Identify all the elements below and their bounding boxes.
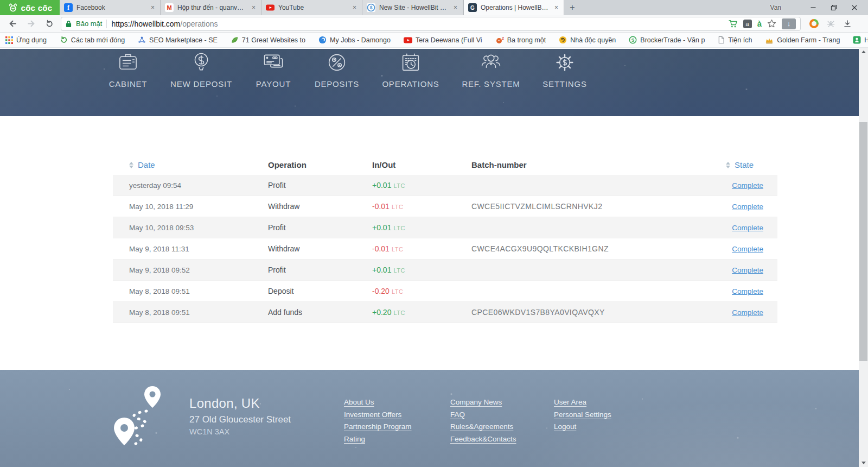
bookmark-my-jobs[interactable]: My Jobs - Damongo [318,36,391,44]
tab-close-icon[interactable]: × [352,4,358,11]
footer-link-investment-offers[interactable]: Investment Offers [344,411,412,419]
address-bar[interactable]: Bảo mật https://howellbit.com/operations… [61,17,801,31]
close-button[interactable] [844,0,865,15]
svg-text:S: S [631,37,635,43]
orange-badge-icon: 2 [495,36,504,44]
vertical-scrollbar[interactable] [859,48,868,467]
page-content: CABINET NEW DEPOSIT PAYOUT DEPOSITS [0,48,868,467]
tab-facebook[interactable]: f Facebook × [60,0,161,15]
nav-label: DEPOSITS [315,79,359,89]
bookmark-label: Các tab mới đóng [71,36,125,44]
bookmark-brockertrade[interactable]: S BrockerTrade - Văn p [629,36,705,44]
tab-title: YouTube [278,4,348,11]
translate-icon[interactable]: a [743,20,752,28]
footer-link-rating[interactable]: Rating [344,435,412,443]
nav-item-settings[interactable]: SETTINGS [524,49,605,116]
restore-button[interactable] [824,0,844,15]
cell-date: May 10, 2018 11:29 [113,203,268,211]
bookmark-ba-trong-mot[interactable]: 2 Ba trong một [495,36,546,44]
tab-gmail[interactable]: M Hộp thư đến - quanvanng × [161,0,261,15]
coccoc-logo[interactable]: cốc cốc [0,0,60,15]
tab-close-icon[interactable]: × [251,4,257,11]
nav-item-cabinet[interactable]: CABINET [87,49,169,116]
minimize-button[interactable] [803,0,824,15]
state-link[interactable]: Complete [732,181,763,190]
cell-date: May 10, 2018 09:53 [113,224,268,232]
bookmark-golden-farm[interactable]: Golden Farm - Trang [765,36,840,44]
cell-operation: Withdraw [268,202,372,211]
bookmark-label: 71 Great Websites to [242,36,305,44]
back-button[interactable] [5,17,20,31]
footer-link-personal-settings[interactable]: Personal Settings [554,411,611,419]
youtube-icon [404,37,412,43]
state-link[interactable]: Complete [732,287,763,295]
scroll-down-button[interactable] [859,459,868,467]
currency: LTC [393,310,405,316]
tab-title: Facebook [76,4,146,11]
scroll-up-button[interactable] [859,48,868,56]
cell-state: Complete [726,181,777,190]
header-state[interactable]: State [726,160,777,169]
bookmark-home-vn[interactable]: Home.vn [853,36,868,44]
state-link[interactable]: Complete [732,245,763,253]
header-inout: In/Out [372,160,471,169]
bookmark-recent-tabs[interactable]: Các tab mới đóng [60,36,125,44]
calendar-clock-icon [398,50,423,75]
bookmark-nha-doc-quyen[interactable]: Nhà độc quyền [559,36,616,44]
save-media-button[interactable]: ↓ [782,18,796,29]
state-link[interactable]: Complete [732,266,763,274]
footer-link-faq[interactable]: FAQ [450,411,516,419]
cell-operation: Deposit [268,287,372,295]
cell-state: Complete [726,266,777,274]
footer-link-logout[interactable]: Logout [554,422,611,431]
currency: LTC [393,267,405,274]
svg-text:2: 2 [502,36,504,40]
bookmark-apps[interactable]: Ứng dụng [5,36,47,44]
nav-item-deposits[interactable]: DEPOSITS [296,49,378,116]
header-date[interactable]: Date [113,160,268,169]
downloads-icon[interactable] [843,20,852,28]
bookmarks-bar: Ứng dụng Các tab mới đóng SEO Marketplac… [0,33,868,48]
state-link[interactable]: Complete [732,224,763,232]
cell-inout: +0.01LTC [372,223,471,232]
crab-icon [8,2,18,13]
tab-close-icon[interactable]: × [452,4,458,11]
tab-newsite-howellbit[interactable]: $ New Site - HowellBit - how × [362,0,463,15]
tab-close-icon[interactable]: × [553,4,559,11]
scrollbar-thumb[interactable] [859,122,867,361]
footer-link-rules-agreements[interactable]: Rules&Agreements [450,422,516,431]
refresh-button[interactable] [42,17,56,31]
vietnamese-typing-icon[interactable]: à [757,20,762,28]
state-link[interactable]: Complete [732,308,763,317]
sort-icon[interactable] [726,162,730,168]
lock-icon [66,20,72,28]
state-link[interactable]: Complete [732,203,763,211]
footer-link-feedback-contacts[interactable]: Feedback&Contacts [450,435,516,443]
tab-operations-howellbit[interactable]: G Operations | HowellBit.com × [463,0,564,15]
url-host: https://howellbit.com [111,20,180,28]
spider-icon[interactable] [826,19,835,28]
forward-button[interactable] [24,17,38,31]
cart-icon[interactable] [729,20,738,28]
nav-label: SETTINGS [542,79,586,89]
nav-item-new-deposit[interactable]: NEW DEPOSIT [161,49,242,116]
footer-link-partnership-program[interactable]: Partnership Program [344,422,412,431]
bookmark-seo-marketplace[interactable]: SEO Marketplace - SE [138,36,218,44]
bookmark-star-icon[interactable] [767,19,776,28]
footer-link-user-area[interactable]: User Area [554,398,611,406]
sort-icon[interactable] [129,162,133,168]
bookmark-tera-deewana[interactable]: Tera Deewana (Full Vi [404,36,482,44]
nav-item-ref-system[interactable]: REF. SYSTEM [450,49,532,116]
tab-youtube[interactable]: YouTube × [261,0,362,15]
cell-state: Complete [726,245,777,253]
footer-link-company-news[interactable]: Company News [450,398,516,406]
bookmark-tien-ich[interactable]: Tiện ích [718,36,752,44]
tab-close-icon[interactable]: × [150,4,156,11]
nav-item-operations[interactable]: OPERATIONS [370,49,451,116]
bookmark-71-great-websites[interactable]: 71 Great Websites to [231,36,305,44]
new-tab-button[interactable]: + [564,0,580,15]
profile-name[interactable]: Van [770,4,781,11]
idm-extension-icon[interactable] [809,19,819,28]
footer-link-about-us[interactable]: About Us [344,398,412,406]
facebook-icon: f [64,3,73,12]
